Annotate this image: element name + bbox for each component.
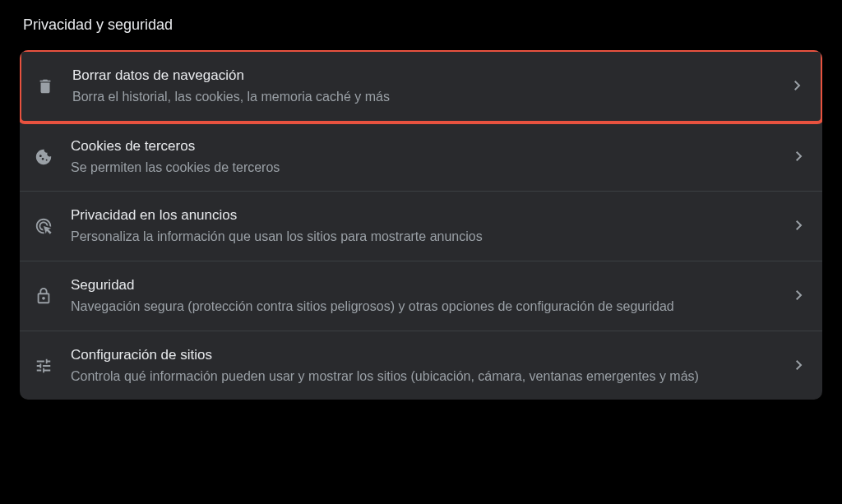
row-title: Cookies de terceros [71,137,783,155]
section-title: Privacidad y seguridad [23,16,822,34]
cookie-icon [35,148,71,166]
row-desc: Navegación segura (protección contra sit… [71,298,783,316]
tune-icon [35,357,71,375]
row-text: Configuración de sitios Controla qué inf… [71,346,783,386]
row-security[interactable]: Seguridad Navegación segura (protección … [20,261,822,331]
chevron-right-icon [796,358,803,373]
chevron-right-icon [796,289,803,303]
row-title: Borrar datos de navegación [72,67,781,85]
ads-click-icon [35,217,71,235]
row-cookies[interactable]: Cookies de terceros Se permiten las cook… [20,123,822,192]
row-text: Cookies de terceros Se permiten las cook… [71,137,783,177]
row-site-settings[interactable]: Configuración de sitios Controla qué inf… [20,331,822,400]
row-text: Borrar datos de navegación Borra el hist… [72,67,781,106]
row-ad-privacy[interactable]: Privacidad en los anuncios Personaliza l… [20,192,822,261]
chevron-right-icon [796,150,803,164]
row-desc: Personaliza la información que usan los … [71,228,783,246]
row-desc: Se permiten las cookies de terceros [71,159,783,177]
row-text: Privacidad en los anuncios Personaliza l… [71,206,783,246]
row-title: Configuración de sitios [71,346,783,364]
row-title: Seguridad [71,276,783,294]
settings-panel: Borrar datos de navegación Borra el hist… [20,50,822,400]
row-title: Privacidad en los anuncios [71,206,783,224]
row-clear-browsing-data[interactable]: Borrar datos de navegación Borra el hist… [20,50,822,124]
row-desc: Borra el historial, las cookies, la memo… [72,88,781,106]
trash-icon [36,77,72,95]
row-text: Seguridad Navegación segura (protección … [71,276,783,316]
row-desc: Controla qué información pueden usar y m… [71,368,783,386]
lock-icon [35,287,71,305]
chevron-right-icon [796,219,803,234]
chevron-right-icon [794,79,801,94]
